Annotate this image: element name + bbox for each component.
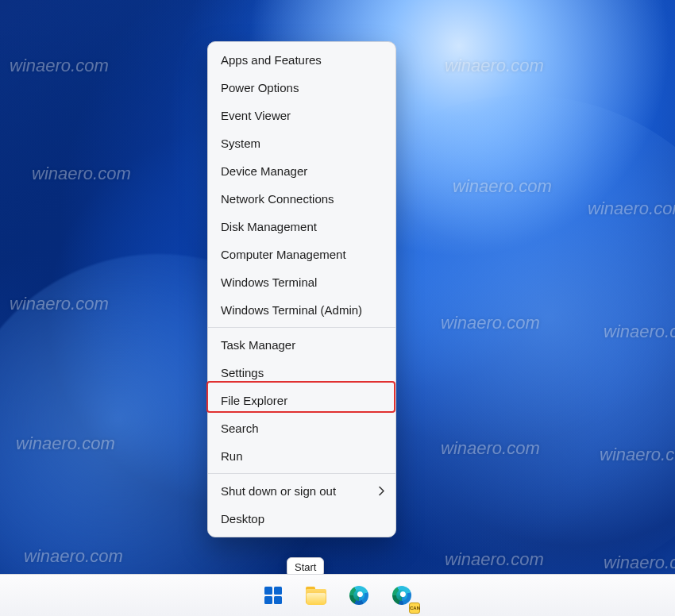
menu-item-run[interactable]: Run (208, 442, 395, 470)
taskbar: CAN (0, 574, 675, 616)
folder-icon (306, 587, 326, 604)
edge-canary-icon (392, 586, 411, 605)
menu-item-task-manager[interactable]: Task Manager (208, 331, 395, 359)
menu-item-label: Windows Terminal (Admin) (221, 303, 362, 317)
taskbar-file-explorer[interactable] (300, 579, 332, 611)
taskbar-edge[interactable] (343, 579, 375, 611)
menu-item-label: Device Manager (221, 164, 307, 178)
menu-item-search[interactable]: Search (208, 414, 395, 442)
menu-item-computer-management[interactable]: Computer Management (208, 241, 395, 268)
menu-item-label: File Explorer (221, 394, 287, 407)
menu-item-event-viewer[interactable]: Event Viewer (208, 102, 395, 129)
menu-item-desktop[interactable]: Desktop (208, 505, 395, 533)
canary-badge: CAN (409, 603, 420, 614)
menu-item-label: Windows Terminal (221, 275, 317, 289)
taskbar-edge-canary[interactable]: CAN (386, 579, 418, 611)
menu-item-label: Desktop (221, 512, 264, 526)
menu-item-label: Disk Management (221, 220, 317, 233)
menu-item-label: Search (221, 422, 259, 435)
menu-item-label: Shut down or sign out (221, 484, 336, 498)
menu-item-apps-and-features[interactable]: Apps and Features (208, 46, 395, 74)
menu-item-label: System (221, 137, 260, 150)
menu-item-windows-terminal-admin[interactable]: Windows Terminal (Admin) (208, 296, 395, 324)
menu-item-network-connections[interactable]: Network Connections (208, 185, 395, 213)
menu-item-label: Task Manager (221, 338, 295, 352)
menu-item-device-manager[interactable]: Device Manager (208, 157, 395, 185)
menu-item-label: Event Viewer (221, 109, 291, 122)
menu-item-settings[interactable]: Settings (208, 359, 395, 387)
menu-separator (208, 473, 395, 474)
menu-item-power-options[interactable]: Power Options (208, 74, 395, 102)
menu-item-label: Computer Management (221, 248, 346, 261)
menu-item-file-explorer[interactable]: File Explorer (208, 387, 395, 414)
menu-item-label: Run (221, 449, 243, 463)
menu-item-label: Settings (221, 366, 264, 379)
menu-item-label: Power Options (221, 81, 299, 94)
menu-separator (208, 327, 395, 328)
menu-item-system[interactable]: System (208, 129, 395, 157)
edge-icon (349, 586, 368, 605)
menu-item-windows-terminal[interactable]: Windows Terminal (208, 268, 395, 296)
menu-item-disk-management[interactable]: Disk Management (208, 213, 395, 241)
menu-item-label: Network Connections (221, 192, 334, 206)
menu-item-label: Apps and Features (221, 53, 322, 67)
windows-logo-icon (264, 587, 282, 604)
start-button[interactable] (257, 579, 289, 611)
power-user-menu: Apps and Features Power Options Event Vi… (207, 41, 396, 537)
menu-item-shut-down-or-sign-out[interactable]: Shut down or sign out (208, 477, 395, 505)
chevron-right-icon (379, 484, 385, 498)
